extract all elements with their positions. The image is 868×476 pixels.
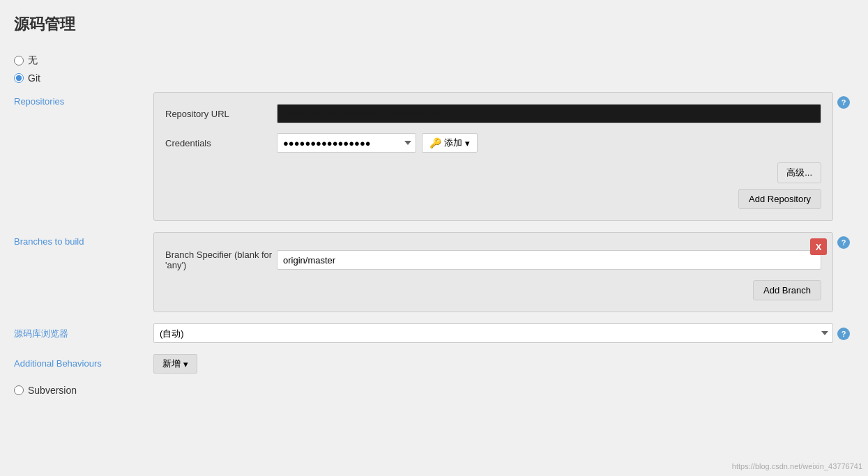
branch-specifier-row: Branch Specifier (blank for 'any') <box>165 249 821 270</box>
repositories-label: Repositories <box>14 92 153 107</box>
radio-none-label: 无 <box>28 54 38 67</box>
repositories-content: Repository URL Credentials ●●●●●●●●●●●●●… <box>153 92 833 221</box>
add-credential-button[interactable]: 🔑 添加 ▾ <box>422 133 478 153</box>
credentials-controls: ●●●●●●●●●●●●●●●● 🔑 添加 ▾ <box>277 133 478 153</box>
credentials-row: Credentials ●●●●●●●●●●●●●●●● 🔑 添加 ▾ <box>165 133 821 153</box>
page-title: 源码管理 <box>14 14 854 40</box>
add-credential-dropdown-arrow: ▾ <box>465 138 470 148</box>
add-repository-button[interactable]: Add Repository <box>738 189 821 209</box>
repo-buttons-area: 高级... <box>165 162 821 189</box>
repo-url-input[interactable] <box>277 104 821 123</box>
source-browser-select[interactable]: (自动) GitHub GitLab Bitbucket <box>153 323 833 343</box>
add-credential-label: 添加 <box>444 137 462 149</box>
remove-branch-button[interactable]: X <box>810 238 827 255</box>
branches-content: X Branch Specifier (blank for 'any') Add… <box>153 232 833 312</box>
credentials-label: Credentials <box>165 138 277 148</box>
advanced-button[interactable]: 高级... <box>777 162 821 183</box>
subversion-radio-group: Subversion <box>14 385 854 396</box>
new-add-button[interactable]: 新增 ▾ <box>153 354 197 374</box>
credentials-select[interactable]: ●●●●●●●●●●●●●●●● <box>277 133 416 153</box>
add-branch-area: Add Branch <box>165 280 821 300</box>
radio-subversion[interactable]: Subversion <box>14 385 854 396</box>
branch-specifier-input[interactable] <box>277 250 821 270</box>
new-add-label: 新增 <box>162 358 181 370</box>
repositories-help-icon[interactable]: ? <box>837 96 850 109</box>
repositories-help: ? <box>833 92 854 109</box>
source-browser-control: (自动) GitHub GitLab Bitbucket <box>153 323 833 343</box>
radio-subversion-label: Subversion <box>28 385 77 396</box>
repo-url-row: Repository URL <box>165 104 821 123</box>
additional-behaviours-row: Additional Behaviours 新增 ▾ <box>14 354 854 374</box>
branches-help: ? <box>833 232 854 249</box>
branches-label: Branches to build <box>14 232 153 247</box>
radio-git-input[interactable] <box>14 73 24 83</box>
new-add-arrow: ▾ <box>183 359 188 369</box>
radio-git-label: Git <box>28 72 40 84</box>
key-icon: 🔑 <box>429 137 441 148</box>
radio-none-input[interactable] <box>14 56 24 66</box>
source-browser-help: ? <box>833 323 854 340</box>
add-repo-area: Add Repository <box>165 189 821 209</box>
source-browser-help-icon[interactable]: ? <box>837 328 850 340</box>
branches-help-icon[interactable]: ? <box>837 236 850 249</box>
additional-behaviours-label: Additional Behaviours <box>14 354 153 369</box>
repo-url-label: Repository URL <box>165 109 277 119</box>
radio-git[interactable]: Git <box>14 72 854 84</box>
add-branch-button[interactable]: Add Branch <box>753 280 821 300</box>
branch-specifier-label: Branch Specifier (blank for 'any') <box>165 249 277 270</box>
source-browser-section-row: 源码库浏览器 (自动) GitHub GitLab Bitbucket ? <box>14 323 854 343</box>
source-browser-label: 源码库浏览器 <box>14 323 153 340</box>
branches-section-row: Branches to build X Branch Specifier (bl… <box>14 232 854 312</box>
additional-behaviours-content: 新增 ▾ <box>153 354 854 374</box>
radio-none[interactable]: 无 <box>14 54 854 67</box>
radio-subversion-input[interactable] <box>14 385 24 395</box>
